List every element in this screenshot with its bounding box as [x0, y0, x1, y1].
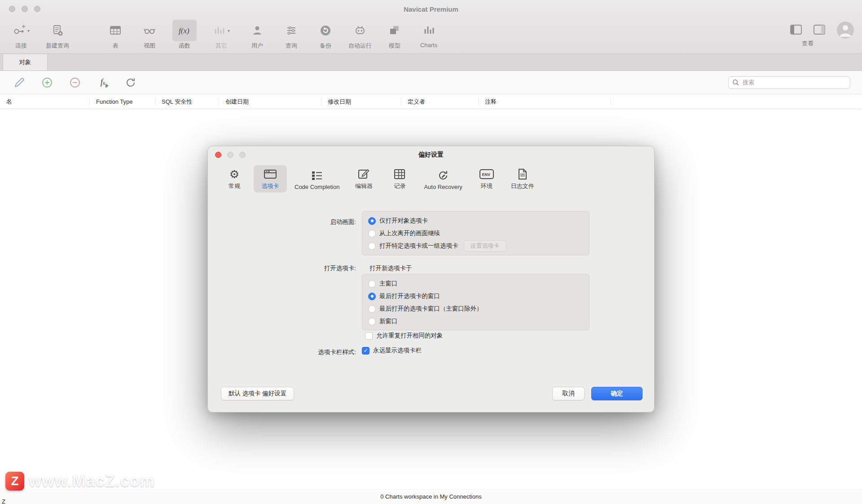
status-bar: 0 Charts workspace in My Connections — [0, 489, 862, 504]
toolbar-item-view[interactable]: 视图 — [138, 20, 161, 50]
set-tabs-button[interactable]: 设置选项卡 — [464, 240, 506, 252]
toolbar-label: 自动运行 — [348, 42, 372, 50]
toolbar-item-backup[interactable]: 备份 — [314, 20, 337, 50]
toolbar-label: 连接 — [15, 42, 27, 50]
app-window: Navicat Premium ▾ 连接 新建查询 表 — [0, 0, 862, 504]
toolbar-item-connection[interactable]: ▾ 连接 — [8, 20, 34, 50]
toolbar-item-automation[interactable]: 自动运行 — [348, 20, 372, 50]
view-icon — [138, 20, 161, 41]
user-avatar[interactable] — [837, 22, 854, 39]
toolbar-item-users[interactable]: 用户 — [246, 20, 268, 50]
toolbar-label: 其它 — [216, 42, 227, 50]
zoom-window-button[interactable] — [34, 6, 40, 12]
toolbar-label: 查询 — [286, 42, 297, 50]
run-function-button[interactable]: fx — [95, 75, 110, 90]
new-query-icon — [46, 20, 69, 41]
toolbar-item-model[interactable]: 模型 — [383, 20, 406, 50]
automation-icon — [349, 20, 371, 41]
toolbar-label: 表 — [113, 42, 119, 50]
toolbar-item-charts[interactable]: Charts — [418, 20, 440, 48]
toolbar-label: 备份 — [320, 42, 331, 50]
radio-open-specific-tabs[interactable] — [368, 242, 376, 250]
users-icon — [246, 20, 268, 41]
search-input[interactable] — [742, 79, 846, 86]
tab-bar-style-label: 选项卡栏样式: — [271, 348, 356, 356]
window-title: Navicat Premium — [404, 5, 458, 13]
checkbox-allow-duplicate-objects[interactable]: ✓ — [365, 332, 373, 340]
column-header-modified-date[interactable]: 修改日期 — [321, 98, 401, 105]
open-tab-option-row: 主窗口 — [368, 277, 583, 290]
open-tab-option-row: 最后打开的选项卡窗口（主窗口除外） — [368, 302, 583, 315]
window-pane-icon[interactable] — [814, 25, 825, 35]
default-tab-preferences-button[interactable]: 默认 选项卡 偏好设置 — [221, 387, 294, 400]
toolbar-item-view-panes[interactable]: 查看 — [790, 20, 825, 48]
pencil-icon — [13, 77, 25, 88]
object-list-header: 名 Function Type SQL 安全性 创建日期 修改日期 定义者 注释 — [0, 94, 862, 109]
open-tabs-options-group: 主窗口 最后打开选项卡的窗口 最后打开的选项卡窗口（主窗口除外） 新窗口 — [362, 274, 589, 330]
toolbar-label: 视图 — [144, 42, 155, 50]
edit-function-button[interactable] — [12, 75, 27, 90]
open-tab-option-row: 新窗口 — [368, 315, 583, 328]
tab-objects[interactable]: 对象 — [3, 54, 48, 70]
allow-duplicate-row: ✓ 允许重复打开相同的对象 — [365, 332, 443, 340]
watermark-corner-logo: Z — [2, 498, 5, 504]
refresh-icon — [125, 77, 136, 88]
function-icon: f(x) — [172, 20, 197, 41]
close-window-button[interactable] — [9, 6, 15, 12]
startup-option-row: 仅打开对象选项卡 — [368, 215, 583, 227]
toolbar-item-others[interactable]: ▾ 其它 — [208, 20, 234, 50]
search-icon — [732, 79, 739, 86]
column-header-created-date[interactable]: 创建日期 — [219, 98, 321, 105]
model-icon — [383, 20, 406, 41]
column-header-definer[interactable]: 定义者 — [401, 98, 479, 105]
tab-objects-label: 对象 — [19, 58, 31, 66]
toolbar-label: 模型 — [389, 42, 400, 50]
startup-option-row: 打开特定选项卡或一组选项卡 设置选项卡 — [368, 240, 583, 252]
toolbar-item-query[interactable]: 查询 — [280, 20, 303, 50]
refresh-button[interactable] — [123, 75, 138, 90]
toolbar-item-function[interactable]: f(x) 函数 — [172, 20, 197, 50]
cancel-button[interactable]: 取消 — [552, 387, 585, 400]
radio-last-opened-tab-window[interactable] — [368, 293, 376, 300]
radio-last-tab-window-except-main[interactable] — [368, 305, 376, 313]
radio-open-objects-tab-only[interactable] — [368, 217, 376, 225]
radio-new-window[interactable] — [368, 318, 376, 325]
object-toolbar: fx — [0, 71, 862, 94]
search-field[interactable] — [728, 76, 850, 89]
charts-icon — [418, 20, 440, 41]
query-icon — [280, 20, 303, 41]
sidebar-pane-icon[interactable] — [790, 25, 802, 35]
column-header-comment[interactable]: 注释 — [479, 98, 611, 105]
radio-main-window[interactable] — [368, 280, 376, 288]
tab-bar-style-row: ✓ 永远显示选项卡栏 — [362, 346, 422, 355]
document-tab-bar: 对象 — [0, 54, 862, 71]
table-icon — [104, 20, 127, 41]
open-tab-option-row: 最后打开选项卡的窗口 — [368, 290, 583, 302]
status-text: 0 Charts workspace in My Connections — [380, 493, 481, 500]
toolbar-item-table[interactable]: 表 — [104, 20, 127, 50]
toolbar-label: 新建查询 — [46, 42, 69, 50]
delete-function-button[interactable] — [67, 75, 83, 90]
ok-button[interactable]: 确定 — [591, 387, 642, 400]
watermark-logo: Z — [5, 472, 24, 491]
watermark-text: www.MacZ.com — [29, 472, 155, 491]
toolbar-right-group: 查看 — [790, 20, 854, 48]
backup-icon — [314, 20, 337, 41]
minus-circle-icon — [69, 77, 81, 88]
minimize-window-button[interactable] — [22, 6, 28, 12]
column-header-name[interactable]: 名 — [0, 98, 90, 105]
open-new-tab-in-label: 打开新选项卡于 — [369, 264, 412, 272]
new-function-button[interactable] — [40, 75, 55, 90]
toolbar-label: 查看 — [802, 39, 814, 48]
column-header-sql-security[interactable]: SQL 安全性 — [155, 98, 219, 105]
connection-icon: ▾ — [8, 20, 34, 41]
watermark: Z www.MacZ.com — [5, 472, 155, 491]
open-tabs-label: 打开选项卡: — [271, 264, 356, 272]
radio-resume-last-screen[interactable] — [368, 230, 376, 237]
checkbox-always-show-tab-bar[interactable]: ✓ — [362, 347, 369, 355]
main-toolbar: ▾ 连接 新建查询 表 视图 f(x) 函数 — [0, 18, 862, 54]
column-header-function-type[interactable]: Function Type — [90, 98, 155, 105]
toolbar-item-new-query[interactable]: 新建查询 — [46, 20, 69, 50]
plus-circle-icon — [41, 77, 53, 88]
svg-text:f(x): f(x) — [179, 26, 189, 35]
